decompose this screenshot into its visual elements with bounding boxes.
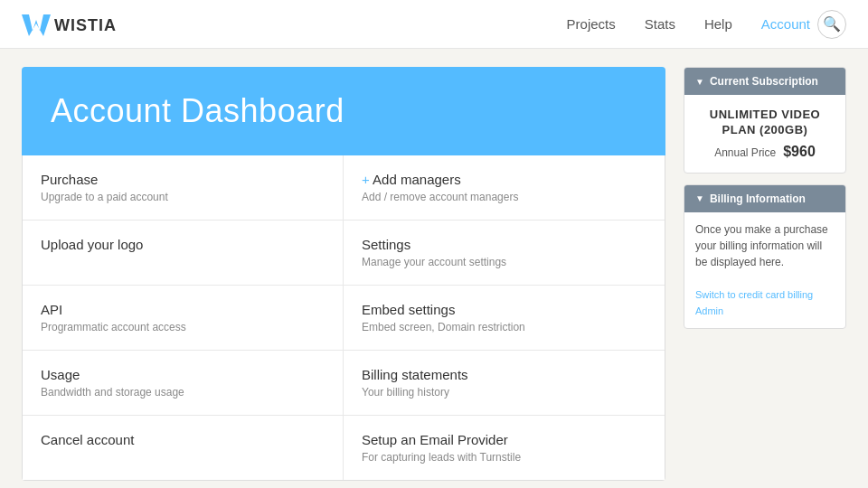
annual-label: Annual Price: [714, 146, 776, 159]
billing-arrow-icon: ▼: [695, 193, 704, 203]
nav-help[interactable]: Help: [704, 16, 732, 32]
billing-header-label: Billing Information: [710, 192, 806, 205]
dashboard-panel: Account Dashboard Purchase Upgrade to a …: [22, 67, 665, 470]
grid-item-settings-desc: Manage your account settings: [362, 256, 646, 268]
plan-name: UNLIMITED VIDEO PLAN (200GB): [695, 108, 835, 138]
billing-link[interactable]: Switch to credit card billing Admin: [695, 289, 813, 316]
grid-item-cancel-account-title: Cancel account: [41, 432, 325, 447]
dashboard-grid: Purchase Upgrade to a paid account + Add…: [22, 155, 665, 481]
main-layout: Account Dashboard Purchase Upgrade to a …: [0, 49, 868, 488]
grid-item-cancel-account[interactable]: Cancel account: [23, 416, 344, 480]
grid-item-billing-statements[interactable]: Billing statements Your billing history: [344, 351, 665, 416]
svg-text:WISTIA: WISTIA: [54, 16, 117, 34]
grid-item-add-managers-title: + Add managers: [362, 172, 646, 187]
grid-item-api-desc: Programmatic account access: [41, 321, 325, 333]
grid-item-api[interactable]: API Programmatic account access: [23, 286, 344, 351]
nav-projects[interactable]: Projects: [567, 16, 616, 32]
grid-item-email-provider[interactable]: Setup an Email Provider For capturing le…: [344, 416, 665, 480]
grid-item-add-managers-desc: Add / remove account managers: [362, 191, 646, 203]
grid-item-purchase[interactable]: Purchase Upgrade to a paid account: [23, 155, 344, 221]
grid-item-upload-logo[interactable]: Upload your logo: [23, 221, 344, 286]
subscription-body: UNLIMITED VIDEO PLAN (200GB) Annual Pric…: [684, 95, 845, 173]
grid-item-purchase-title: Purchase: [41, 172, 325, 187]
grid-item-usage-title: Usage: [41, 367, 325, 382]
grid-item-usage[interactable]: Usage Bandwidth and storage usage: [23, 351, 344, 416]
grid-item-upload-logo-title: Upload your logo: [41, 237, 325, 252]
plus-icon: +: [362, 172, 370, 187]
grid-item-billing-statements-desc: Your billing history: [362, 386, 646, 399]
grid-item-embed-settings[interactable]: Embed settings Embed screen, Domain rest…: [344, 286, 665, 351]
grid-item-embed-settings-title: Embed settings: [362, 302, 646, 317]
grid-item-usage-desc: Bandwidth and storage usage: [41, 386, 325, 399]
grid-item-embed-settings-desc: Embed screen, Domain restriction: [362, 321, 646, 333]
nav-account[interactable]: Account: [761, 16, 810, 32]
subscription-header: ▼ Current Subscription: [684, 68, 845, 95]
billing-body: Once you make a purchase your billing in…: [684, 212, 845, 328]
grid-item-api-title: API: [41, 302, 325, 317]
grid-item-email-provider-desc: For capturing leads with Turnstile: [362, 451, 646, 464]
search-button[interactable]: 🔍: [817, 10, 846, 39]
billing-body-text: Once you make a purchase your billing in…: [695, 221, 835, 270]
dashboard-title: Account Dashboard: [51, 92, 637, 130]
grid-item-add-managers[interactable]: + Add managers Add / remove account mana…: [344, 155, 665, 221]
subscription-arrow-icon: ▼: [695, 77, 704, 87]
billing-header: ▼ Billing Information: [684, 185, 845, 212]
dashboard-header: Account Dashboard: [22, 67, 665, 155]
grid-item-billing-statements-title: Billing statements: [362, 367, 646, 382]
logo[interactable]: WISTIA: [22, 11, 130, 38]
nav-stats[interactable]: Stats: [645, 16, 675, 32]
main-nav: Projects Stats Help Account: [567, 16, 810, 32]
grid-item-settings-title: Settings: [362, 237, 646, 252]
subscription-panel: ▼ Current Subscription UNLIMITED VIDEO P…: [684, 67, 846, 174]
right-panel: ▼ Current Subscription UNLIMITED VIDEO P…: [684, 67, 846, 470]
grid-item-email-provider-title: Setup an Email Provider: [362, 432, 646, 447]
subscription-header-label: Current Subscription: [710, 75, 818, 88]
grid-item-settings[interactable]: Settings Manage your account settings: [344, 221, 665, 286]
svg-marker-0: [22, 14, 51, 36]
plan-price: $960: [783, 144, 816, 160]
billing-panel: ▼ Billing Information Once you make a pu…: [684, 184, 846, 329]
plan-price-row: Annual Price $960: [695, 144, 835, 160]
search-icon: 🔍: [823, 15, 841, 33]
grid-item-purchase-desc: Upgrade to a paid account: [41, 191, 325, 203]
